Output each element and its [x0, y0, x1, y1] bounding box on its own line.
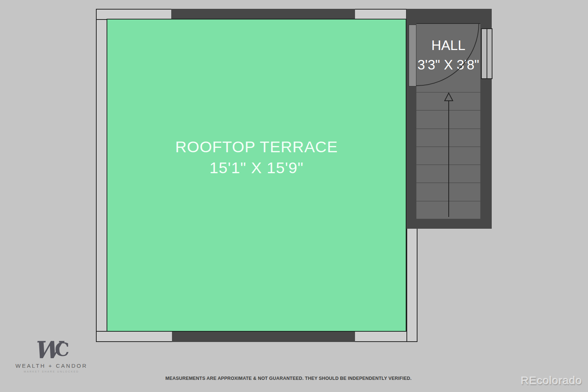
- room-label-terrace: ROOFTOP TERRACE 15'1" X 15'9": [107, 136, 406, 178]
- door-leaf: [409, 25, 416, 86]
- railing-left: [96, 9, 107, 342]
- measurements-disclaimer: MEASUREMENTS ARE APPROXIMATE & NOT GUARA…: [141, 376, 435, 381]
- window-mullion: [487, 29, 487, 78]
- floor-plan-page: { "plan": { "title_context": "rooftop le…: [0, 0, 588, 392]
- wall-top: [171, 9, 355, 20]
- hall-stair-block: HALL 3'3" X 3'8": [406, 9, 492, 229]
- staircase: [416, 92, 480, 219]
- terrace-name: ROOFTOP TERRACE: [107, 136, 406, 157]
- stairs-up-arrow-icon: [416, 92, 480, 219]
- door-swing-arc: [416, 23, 480, 92]
- railing-top-left: [96, 9, 172, 20]
- brand-block: WC WEALTH + CANDOR MARKET SHARE UNLOCKED: [11, 338, 92, 373]
- brand-monogram-logo: WC: [11, 338, 92, 362]
- recolorado-watermark: REcolorado: [521, 374, 582, 387]
- monogram-c: C: [55, 339, 69, 360]
- window: [481, 28, 492, 79]
- brand-name: WEALTH + CANDOR: [11, 363, 92, 369]
- brand-tagline: MARKET SHARE UNLOCKED: [11, 370, 92, 373]
- wall-bottom: [172, 331, 355, 342]
- terrace-dimensions: 15'1" X 15'9": [107, 157, 406, 178]
- room-rooftop-terrace: ROOFTOP TERRACE 15'1" X 15'9": [107, 19, 406, 332]
- railing-bottom-left: [96, 331, 173, 342]
- railing-right-lower: [406, 228, 417, 342]
- railing-top-right: [354, 9, 407, 20]
